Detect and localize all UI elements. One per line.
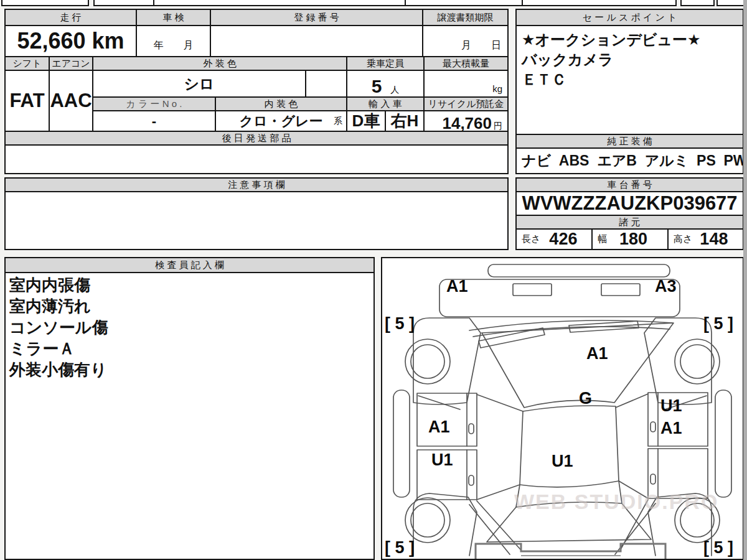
oem-equipment-header: 純 正 装 備 xyxy=(515,134,744,149)
specs-header: 諸 元 xyxy=(515,215,744,230)
damage-label: U1 xyxy=(660,396,682,415)
later-parts-header: 後 日 発 送 部 品 xyxy=(4,131,509,146)
aircon-value: AAC xyxy=(49,70,93,132)
top-sliver-box-4 xyxy=(716,0,745,6)
exterior-color-header: 外 装 色 xyxy=(92,56,347,71)
sales-point-item: ★オークションデビュー★ xyxy=(522,30,738,50)
spec-length-value: 426 xyxy=(549,230,577,249)
exterior-color-value: シロ xyxy=(92,70,306,98)
registration-value xyxy=(210,25,423,57)
spec-height-value: 148 xyxy=(700,230,728,249)
scan-edge xyxy=(743,0,747,560)
import-car-value-2: 右H xyxy=(385,110,425,132)
max-load-unit: kg xyxy=(492,83,502,94)
import-car-header: 輸 入 車 xyxy=(346,96,425,111)
caution-box xyxy=(4,191,509,250)
capacity-header: 乗車定員 xyxy=(346,56,425,71)
capacity-number: 5 xyxy=(372,76,382,97)
inspector-note-item: 室内内張傷 xyxy=(9,274,370,296)
spec-width-value: 180 xyxy=(619,230,647,249)
top-sliver-box-2 xyxy=(93,0,677,6)
spec-length-cell: 長さ 426 xyxy=(515,228,593,250)
damage-label: A1 xyxy=(586,344,608,363)
shift-value: FAT xyxy=(4,70,50,132)
spec-width-cell: 幅 180 xyxy=(591,228,669,250)
mileage-header: 走 行 xyxy=(4,9,137,26)
shift-header: シフト xyxy=(4,56,50,71)
damage-label: A1 xyxy=(428,418,450,436)
damage-label: G xyxy=(579,389,592,408)
inspector-notes-box: 室内内張傷室内薄汚れコンソール傷ミラーＡ外装小傷有り xyxy=(4,272,375,560)
damage-label: U1 xyxy=(552,452,573,470)
interior-color-value: クロ・グレー 系 xyxy=(215,110,347,132)
sales-points-header: セ ー ル ス ポ イ ン ト xyxy=(515,9,744,26)
mileage-value: 52,660 km xyxy=(4,25,137,57)
inspector-note-item: 室内薄汚れ xyxy=(9,296,370,317)
chassis-value: WVWZZZAUZKP039677 xyxy=(515,191,744,216)
auction-sheet: 走 行 車 検 登 録 番 号 譲渡書類期限 52,660 km 年 月 月 日… xyxy=(0,0,747,560)
damage-label: A1 xyxy=(446,277,468,296)
inspector-notes-header: 検 査 員 記 入 欄 xyxy=(4,257,375,273)
damage-label: [ 5 ] xyxy=(385,538,415,557)
sales-points-box: ★オークションデビュー★バックカメラＥＴＣ xyxy=(515,25,744,135)
max-load-value: kg xyxy=(423,70,509,98)
recycle-fee-header: リサイクル預託金 xyxy=(423,96,509,111)
top-sliver-box-3 xyxy=(680,0,715,6)
diagram-labels: A1A3[ 5 ][ 5 ]A1GU1A1A1U1U1[ 5 ][ 5 ] xyxy=(382,258,743,559)
spec-width-label: 幅 xyxy=(598,233,607,245)
caution-header: 注 意 事 項 欄 xyxy=(4,177,509,192)
damage-label: A3 xyxy=(655,277,677,296)
top-sliver-box-1 xyxy=(1,0,89,6)
interior-color-header: 内 装 色 xyxy=(215,96,347,111)
inspector-note-item: 外装小傷有り xyxy=(9,359,370,380)
shaken-header: 車 検 xyxy=(136,9,211,26)
sales-point-item: ＥＴＣ xyxy=(522,70,738,90)
color-no-value: - xyxy=(92,110,216,132)
shaken-value: 年 月 xyxy=(136,25,211,57)
recycle-fee-value: 14,760 円 xyxy=(423,110,509,132)
interior-color-suffix: 系 xyxy=(334,116,342,127)
damage-label: [ 5 ] xyxy=(703,314,733,333)
inspector-note-item: コンソール傷 xyxy=(9,317,370,338)
transfer-docs-value: 月 日 xyxy=(422,25,509,57)
aircon-header: エアコン xyxy=(49,56,93,71)
max-load-header: 最大積載量 xyxy=(423,56,509,71)
import-car-value-1: D車 xyxy=(346,110,386,132)
spec-height-cell: 高さ 148 xyxy=(667,228,744,250)
sales-point-item: バックカメラ xyxy=(522,50,738,70)
spec-height-label: 高さ xyxy=(674,233,692,245)
later-parts-value xyxy=(4,144,509,174)
top-sliver-divider xyxy=(153,0,154,6)
color-no-header: カ ラ ー N o . xyxy=(92,96,216,111)
oem-equipment-value: ナビ ABS エアB アルミ PS PW xyxy=(515,147,744,174)
inspector-note-item: ミラーＡ xyxy=(9,338,370,359)
capacity-value: 5 人 xyxy=(346,70,425,98)
damage-diagram-box: WEB STUDIO.PRO A1A3[ 5 ][ 5 ]A1GU1A1A1U1… xyxy=(381,257,744,560)
damage-label: [ 5 ] xyxy=(385,314,415,333)
spec-length-label: 長さ xyxy=(522,233,540,245)
capacity-unit: 人 xyxy=(390,85,399,96)
transfer-docs-header: 譲渡書類期限 xyxy=(422,9,509,26)
exterior-color-extra-cell xyxy=(305,70,347,98)
damage-label: A1 xyxy=(660,419,682,437)
chassis-header: 車 台 番 号 xyxy=(515,177,744,192)
damage-label: U1 xyxy=(431,450,453,469)
top-sliver-divider xyxy=(405,0,406,6)
interior-color-text: クロ・グレー xyxy=(239,112,322,131)
top-sliver-divider xyxy=(522,0,523,6)
registration-header: 登 録 番 号 xyxy=(210,9,423,26)
damage-label: [ 5 ] xyxy=(703,538,733,557)
